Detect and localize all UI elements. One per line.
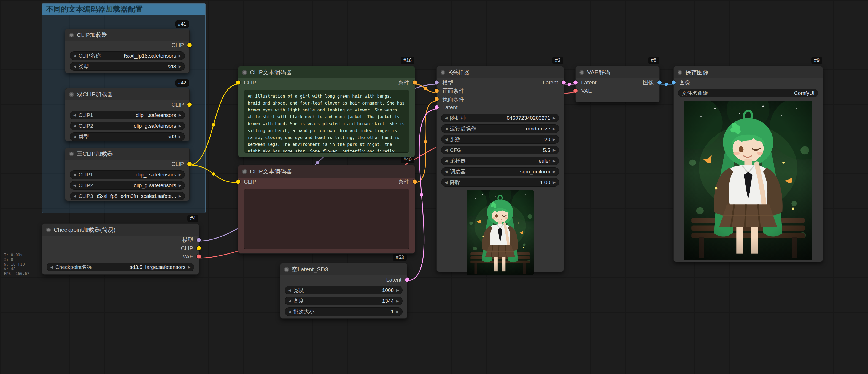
increment-arrow-icon[interactable]: ▶ [553,116,556,120]
collapse-dot-icon[interactable] [69,92,74,97]
slot-dot-clip[interactable] [236,81,240,85]
input-slot-model[interactable]: 模型 [442,79,453,87]
slot-dot-clip[interactable] [197,246,201,250]
decrement-arrow-icon[interactable]: ◀ [445,116,447,120]
slot-dot-clip[interactable] [187,162,191,166]
slot-dot-model[interactable] [435,81,439,85]
node-title-bar[interactable]: CLIP文本编码器 [238,66,415,78]
slot-dot-latent[interactable] [562,81,566,85]
widget-denoise[interactable]: ◀ 降噪 1.00 ▶ [441,178,559,186]
node-title-bar[interactable]: 空Latent_SD3 [280,263,407,275]
node-clip-text-encode-positive[interactable]: CLIP文本编码器 CLIP 条件 An illustration of a g… [238,66,415,158]
increment-arrow-icon[interactable]: ▶ [179,113,181,117]
slot-dot-clip[interactable] [187,43,191,47]
decrement-arrow-icon[interactable]: ◀ [73,194,76,198]
collapse-dot-icon[interactable] [284,267,289,272]
slot-dot-conditioning[interactable] [413,81,417,85]
input-slot-negative-conditioning[interactable]: 负面条件 [442,96,464,103]
collapse-dot-icon[interactable] [678,70,682,75]
widget-clip1[interactable]: ◀ CLIP1 clip_l.safetensors ▶ [70,111,185,120]
node-vae-decode[interactable]: VAE解码 Latent 图像 VAE [576,66,660,102]
decrement-arrow-icon[interactable]: ◀ [73,124,76,128]
output-slot-clip[interactable]: CLIP [181,245,193,251]
slot-dot-latent[interactable] [435,105,439,109]
widget-clip1[interactable]: ◀ CLIP1 clip_l.safetensors ▶ [70,170,185,179]
widget-checkpoint-name[interactable]: ◀ Checkpoint名称 sd3.5_large.safetensors ▶ [46,263,194,271]
output-slot-conditioning[interactable]: 条件 [398,178,409,185]
increment-arrow-icon[interactable]: ▶ [179,183,181,188]
increment-arrow-icon[interactable]: ▶ [553,170,556,174]
increment-arrow-icon[interactable]: ▶ [179,135,181,139]
decrement-arrow-icon[interactable]: ◀ [73,183,76,188]
node-dual-clip-loader[interactable]: 双CLIP加载器 CLIP ◀ CLIP1 clip_l.safetensors… [65,88,190,141]
decrement-arrow-icon[interactable]: ◀ [73,64,76,69]
decrement-arrow-icon[interactable]: ◀ [445,180,447,184]
node-title-bar[interactable]: 保存图像 [674,66,823,78]
output-slot-image[interactable]: 图像 [643,79,654,87]
decrement-arrow-icon[interactable]: ◀ [288,299,291,303]
widget-batch-size[interactable]: ◀ 批次大小 1 ▶ [285,307,403,316]
node-ksampler[interactable]: K采样器 模型 Latent 正面条件 负面条件 [436,66,564,272]
widget-seed[interactable]: ◀ 随机种 646072340203271 ▶ [441,114,559,122]
collapse-dot-icon[interactable] [580,70,584,75]
collapse-dot-icon[interactable] [69,33,74,37]
node-title-bar[interactable]: CLIP加载器 [65,29,189,41]
slot-dot-conditioning[interactable] [435,89,439,93]
slot-dot-model[interactable] [197,238,201,242]
decrement-arrow-icon[interactable]: ◀ [445,159,447,163]
node-clip-text-encode-negative[interactable]: CLIP文本编码器 CLIP 条件 [238,165,415,254]
prompt-text-input[interactable]: An illustration of a girl with long gree… [244,90,409,153]
widget-clip2[interactable]: ◀ CLIP2 clip_g.safetensors ▶ [70,181,185,190]
node-save-image[interactable]: 保存图像 图像 文件名前缀 ComfyUI [674,66,823,262]
widget-height[interactable]: ◀ 高度 1344 ▶ [285,297,403,305]
output-slot-model[interactable]: 模型 [182,236,193,244]
node-checkpoint-loader[interactable]: Checkpoint加载器(简易) 模型 CLIP VAE ◀ Checkpoi… [42,224,199,275]
widget-type[interactable]: ◀ 类型 sd3 ▶ [70,132,185,141]
input-slot-clip[interactable]: CLIP [244,79,256,86]
input-slot-positive-conditioning[interactable]: 正面条件 [442,87,464,95]
increment-arrow-icon[interactable]: ▶ [179,124,181,128]
input-slot-latent[interactable]: Latent [442,104,458,111]
slot-dot-vae[interactable] [574,89,578,93]
decrement-arrow-icon[interactable]: ◀ [50,265,53,269]
decrement-arrow-icon[interactable]: ◀ [73,173,76,177]
increment-arrow-icon[interactable]: ▶ [179,194,181,198]
input-slot-vae[interactable]: VAE [581,88,592,94]
widget-sampler-name[interactable]: ◀ 采样器 euler ▶ [441,157,559,165]
increment-arrow-icon[interactable]: ▶ [396,299,399,303]
node-clip-loader[interactable]: CLIP加载器 CLIP ◀ CLIP名称 t5xxl_fp16.safeten… [65,29,190,73]
increment-arrow-icon[interactable]: ▶ [553,127,556,131]
decrement-arrow-icon[interactable]: ◀ [73,113,76,117]
slot-dot-conditioning[interactable] [435,97,439,101]
increment-arrow-icon[interactable]: ▶ [553,159,556,163]
collapse-dot-icon[interactable] [69,151,74,156]
increment-arrow-icon[interactable]: ▶ [179,64,181,69]
decrement-arrow-icon[interactable]: ◀ [445,127,447,131]
node-triple-clip-loader[interactable]: 三CLIP加载器 CLIP ◀ CLIP1 clip_l.safetensors… [65,147,190,201]
widget-control-after-generate[interactable]: ◀ 运行后操作 randomize ▶ [441,125,559,133]
widget-clip2[interactable]: ◀ CLIP2 clip_g.safetensors ▶ [70,122,185,130]
widget-steps[interactable]: ◀ 步数 20 ▶ [441,135,559,144]
output-slot-latent[interactable]: Latent [386,277,402,283]
decrement-arrow-icon[interactable]: ◀ [445,137,447,141]
collapse-dot-icon[interactable] [242,70,247,75]
decrement-arrow-icon[interactable]: ◀ [73,135,76,139]
node-title-bar[interactable]: 双CLIP加载器 [65,88,189,100]
input-slot-image[interactable]: 图像 [679,79,690,87]
collapse-dot-icon[interactable] [242,169,247,174]
output-slot-conditioning[interactable]: 条件 [398,79,409,87]
increment-arrow-icon[interactable]: ▶ [179,173,181,177]
slot-dot-image[interactable] [672,81,676,85]
decrement-arrow-icon[interactable]: ◀ [73,54,76,58]
slot-dot-clip[interactable] [187,103,191,107]
input-slot-latent[interactable]: Latent [581,79,596,86]
node-title-bar[interactable]: CLIP文本编码器 [238,165,415,177]
decrement-arrow-icon[interactable]: ◀ [288,310,291,314]
widget-width[interactable]: ◀ 宽度 1008 ▶ [285,286,403,295]
group-title-bar[interactable]: 不同的文本编码器加载器配置 [42,4,205,14]
decrement-arrow-icon[interactable]: ◀ [445,170,447,174]
slot-dot-vae[interactable] [197,254,201,259]
prompt-text-input[interactable] [244,189,409,249]
widget-filename-prefix[interactable]: 文件名前缀 ComfyUI [678,89,818,97]
widget-clip3[interactable]: ◀ CLIP3 t5xxl_fp8_e4m3fn_scaled.safete..… [70,192,185,200]
